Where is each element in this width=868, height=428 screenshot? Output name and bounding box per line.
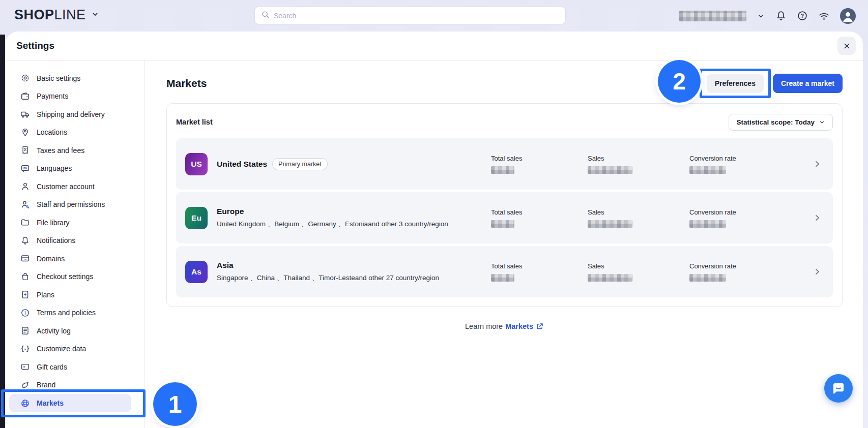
sidebar-item-label: Markets <box>37 399 64 407</box>
sidebar-item-terms-and-policies[interactable]: Terms and policies <box>5 304 144 322</box>
chevron-down-icon <box>91 10 99 20</box>
stat-conversion-rate: Conversion rate <box>689 208 799 228</box>
sidebar-item-label: File library <box>37 219 70 227</box>
folder-icon <box>20 218 30 227</box>
sidebar-item-label: Languages <box>37 164 72 172</box>
sidebar-item-customize-data[interactable]: aCustomize data <box>5 340 144 358</box>
sidebar-item-plans[interactable]: Plans <box>5 286 144 304</box>
market-list-card: Market list Statistical scope: Today USU… <box>166 103 843 307</box>
learn-more-text: Learn more <box>465 322 503 330</box>
top-right-cluster: ? <box>679 0 856 32</box>
sidebar-item-label: Plans <box>37 291 54 299</box>
markets-content: Markets Preferences Create a market Mark… <box>145 60 863 428</box>
chevron-right-icon[interactable] <box>813 267 822 276</box>
chevron-right-icon[interactable] <box>813 213 822 222</box>
receipt-icon <box>20 145 30 155</box>
sidebar-item-label: Activity log <box>37 327 71 335</box>
sidebar-item-shipping-and-delivery[interactable]: Shipping and delivery <box>5 105 144 124</box>
close-button[interactable] <box>837 37 856 55</box>
sidebar-item-brand[interactable]: Brand <box>5 376 144 394</box>
sidebar-item-notifications[interactable]: Notifications <box>5 232 144 250</box>
markets-title: Markets <box>166 77 207 89</box>
underlying-page-edge <box>0 35 5 428</box>
sidebar-item-activity-log[interactable]: Activity log <box>5 322 144 340</box>
page-title: Settings <box>16 40 54 51</box>
stat-sales: Sales <box>588 155 689 174</box>
shopline-logo-text: SHOPLINE <box>14 7 86 23</box>
market-code-badge: Eu <box>185 207 208 229</box>
bell-icon[interactable] <box>775 10 787 21</box>
sidebar-item-file-library[interactable]: File library <box>5 213 144 232</box>
search-input[interactable] <box>274 12 559 20</box>
wallet-icon <box>20 91 30 101</box>
global-search[interactable] <box>254 7 566 24</box>
step-1-badge: 1 <box>153 382 197 426</box>
wifi-icon[interactable] <box>818 10 830 22</box>
chevron-right-icon[interactable] <box>813 160 822 168</box>
statistical-scope-dropdown[interactable]: Statistical scope: Today <box>729 114 833 131</box>
svg-text:∞: ∞ <box>24 257 26 261</box>
stat-conversion-rate: Conversion rate <box>689 262 799 282</box>
settings-panel: Settings Basic settingsPaymentsShipping … <box>5 32 863 428</box>
stat-value-blurred <box>588 220 632 228</box>
stat-value-blurred <box>491 274 514 282</box>
sidebar-item-domains[interactable]: ∞Domains <box>5 250 144 268</box>
svg-text:a: a <box>24 347 26 351</box>
sidebar-item-locations[interactable]: Locations <box>5 124 144 142</box>
stat-value-blurred <box>689 220 726 228</box>
sidebar-item-staff-and-permissions[interactable]: Staff and permissions <box>5 196 144 214</box>
stat-sales: Sales <box>588 262 689 282</box>
sidebar-item-label: Shipping and delivery <box>37 110 105 118</box>
stat-value-blurred <box>689 166 726 174</box>
sidebar-item-customer-account[interactable]: Customer account <box>5 177 144 196</box>
sidebar-item-label: Customize data <box>37 345 86 353</box>
primary-market-tag: Primary market <box>272 158 328 170</box>
sidebar-item-languages[interactable]: ENLanguages <box>5 160 144 178</box>
stat-total-sales: Total sales <box>491 155 588 174</box>
domain-icon: ∞ <box>20 254 30 263</box>
sidebar-item-label: Brand <box>37 381 55 389</box>
sidebar-item-checkout-settings[interactable]: Checkout settings <box>5 268 144 286</box>
brush-icon <box>20 380 30 390</box>
gear-icon <box>20 73 30 83</box>
chat-bubble-icon <box>831 381 846 396</box>
sidebar-item-label: Checkout settings <box>37 272 93 281</box>
market-row-asia[interactable]: AsAsiaSingapore 、China 、Thailand 、Timor-… <box>176 246 833 297</box>
svg-text:EN: EN <box>23 166 27 169</box>
sidebar-item-label: Payments <box>37 92 68 100</box>
account-chevron-down-icon[interactable] <box>757 12 765 20</box>
markets-docs-link[interactable]: Markets <box>505 322 544 330</box>
sidebar-item-payments[interactable]: Payments <box>5 87 144 106</box>
settings-header: Settings <box>5 32 863 60</box>
market-row-europe[interactable]: EuEuropeUnited Kingdom 、Belgium 、Germany… <box>176 192 833 243</box>
sidebar-item-label: Taxes and fees <box>37 146 84 155</box>
info-icon <box>20 308 30 318</box>
market-code-badge: As <box>185 261 208 283</box>
market-list-title: Market list <box>176 118 213 126</box>
preferences-button[interactable]: Preferences <box>707 74 764 93</box>
sidebar-item-label: Basic settings <box>37 74 80 82</box>
sidebar-item-gift-cards[interactable]: *Gift cards <box>5 358 144 376</box>
sidebar-item-basic-settings[interactable]: Basic settings <box>5 69 144 87</box>
log-icon <box>20 326 30 335</box>
sidebar-item-markets[interactable]: Markets <box>9 394 131 412</box>
market-row-united-states[interactable]: USUnited StatesPrimary marketTotal sales… <box>176 138 833 190</box>
staff-icon <box>20 200 30 209</box>
shopline-logo[interactable]: SHOPLINE <box>14 7 99 23</box>
learn-more-line: Learn moreMarkets <box>166 322 843 330</box>
truck-icon <box>20 109 30 119</box>
market-countries: United Kingdom 、Belgium 、Germany 、Estoni… <box>217 220 491 229</box>
create-market-button[interactable]: Create a market <box>773 74 843 93</box>
person-icon <box>20 181 30 191</box>
sidebar-item-label: Terms and policies <box>37 309 96 317</box>
top-bar: SHOPLINE ? <box>0 0 868 32</box>
plan-icon <box>20 290 30 299</box>
market-rows: USUnited StatesPrimary marketTotal sales… <box>176 138 833 297</box>
market-name: United States <box>217 160 267 169</box>
stat-value-blurred <box>689 274 726 282</box>
avatar[interactable] <box>840 8 856 24</box>
help-icon[interactable]: ? <box>797 10 808 21</box>
language-icon: EN <box>20 164 30 173</box>
chat-launcher-button[interactable] <box>824 374 853 403</box>
sidebar-item-taxes-and-fees[interactable]: Taxes and fees <box>5 141 144 160</box>
